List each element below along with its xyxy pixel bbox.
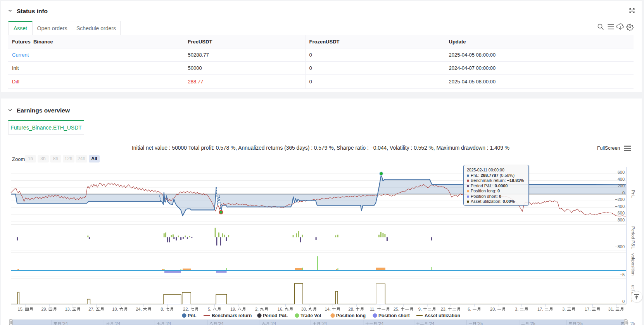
svg-text:'25: '25 bbox=[530, 321, 535, 325]
svg-text:'25: '25 bbox=[477, 321, 483, 325]
svg-text:11.: 11. bbox=[370, 307, 375, 311]
svg-text:5.: 5. bbox=[208, 307, 211, 311]
svg-text:Asset utilization: Asset utilization bbox=[425, 313, 460, 318]
svg-text:8.: 8. bbox=[161, 307, 164, 311]
svg-text:−600: −600 bbox=[615, 211, 625, 215]
svg-text:10.: 10. bbox=[112, 307, 118, 311]
svg-text:28.: 28. bbox=[349, 307, 354, 311]
svg-text:'24: '24 bbox=[429, 321, 434, 325]
svg-text:19.: 19. bbox=[230, 307, 236, 311]
svg-text:−800: −800 bbox=[615, 244, 625, 249]
svg-text:400: 400 bbox=[618, 177, 625, 182]
svg-text:'24: '24 bbox=[115, 321, 120, 325]
svg-text:15.: 15. bbox=[18, 307, 24, 311]
svg-text:'24: '24 bbox=[218, 321, 224, 325]
svg-text:20.: 20. bbox=[490, 307, 496, 311]
svg-text:'24: '24 bbox=[378, 321, 383, 325]
svg-text:25.: 25. bbox=[394, 307, 399, 311]
svg-text:13.: 13. bbox=[65, 307, 71, 311]
svg-text:9.: 9. bbox=[418, 307, 422, 311]
svg-text:−5: −5 bbox=[620, 272, 625, 277]
svg-text:Position short: Position short bbox=[378, 313, 410, 318]
svg-text:3.: 3. bbox=[515, 307, 518, 311]
svg-text:17.: 17. bbox=[537, 307, 543, 311]
svg-text:PnL: PnL bbox=[188, 313, 197, 318]
svg-text:29.: 29. bbox=[41, 307, 47, 311]
svg-text:vol/position: vol/position bbox=[631, 253, 635, 276]
svg-text:Benchmark return: Benchmark return bbox=[212, 313, 252, 318]
svg-text:'24: '24 bbox=[271, 321, 276, 325]
svg-text:2.: 2. bbox=[255, 307, 259, 311]
svg-text:22.: 22. bbox=[183, 307, 189, 311]
svg-text:3.: 3. bbox=[562, 307, 566, 311]
svg-text:'24: '24 bbox=[166, 321, 171, 325]
svg-text:200: 200 bbox=[618, 183, 625, 188]
svg-text:'24: '24 bbox=[62, 321, 68, 325]
svg-text:600: 600 bbox=[618, 170, 625, 175]
svg-text:0: 0 bbox=[622, 190, 625, 195]
svg-text:−400: −400 bbox=[615, 204, 625, 209]
svg-text:31.: 31. bbox=[608, 307, 614, 311]
svg-text:30.: 30. bbox=[301, 307, 307, 311]
svg-text:Position long: Position long bbox=[336, 313, 366, 318]
svg-text:23.: 23. bbox=[441, 307, 447, 311]
svg-text:PnL: PnL bbox=[631, 190, 635, 198]
svg-text:'25: '25 bbox=[630, 321, 635, 325]
svg-text:Period P&L: Period P&L bbox=[263, 313, 288, 318]
svg-text:24.: 24. bbox=[136, 307, 142, 311]
svg-text:−800: −800 bbox=[615, 218, 625, 222]
svg-text:Period P&L: Period P&L bbox=[631, 226, 635, 249]
svg-text:16.: 16. bbox=[278, 307, 283, 311]
svg-text:'25: '25 bbox=[577, 321, 583, 325]
svg-text:0: 0 bbox=[622, 299, 625, 304]
svg-text:−200: −200 bbox=[615, 197, 625, 202]
svg-text:'24: '24 bbox=[321, 321, 327, 325]
svg-text:17.: 17. bbox=[585, 307, 590, 311]
svg-text:27.: 27. bbox=[88, 307, 94, 311]
svg-text:Trade Vol: Trade Vol bbox=[300, 313, 321, 318]
svg-text:6.: 6. bbox=[468, 307, 471, 311]
svg-text:14.: 14. bbox=[325, 307, 331, 311]
